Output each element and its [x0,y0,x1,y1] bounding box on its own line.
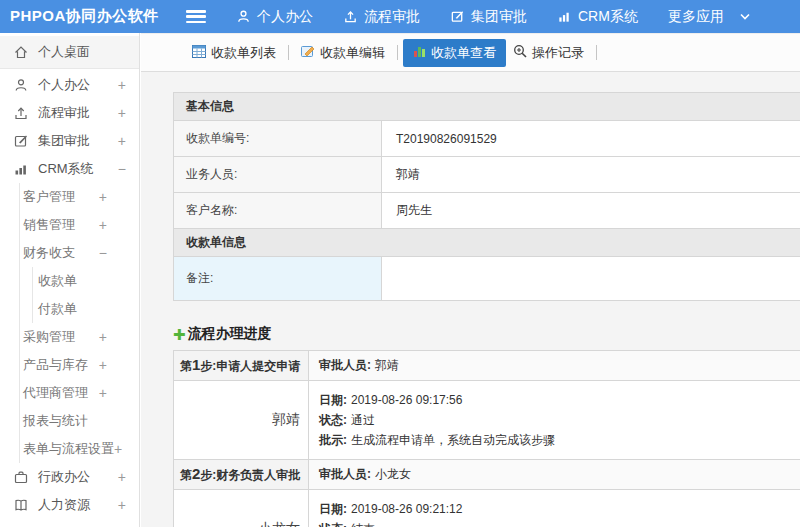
expand-icon[interactable]: + [114,441,122,457]
nav-workflow-approval[interactable]: 流程审批 [343,8,420,26]
table-row: 第2步:财务负责人审批 审批人员:小龙女 [174,460,800,490]
sidebar-item-personal-office[interactable]: 个人办公 + [0,71,139,99]
step-2-approver: 审批人员:小龙女 [309,460,800,490]
receipt-number-label: 收款单编号: [174,121,382,157]
step-1-title: 第1步:申请人提交申请 [174,351,309,381]
sidebar-item-receipt-form[interactable]: 收款单 [33,267,139,295]
briefcase-icon [13,469,29,485]
step-1-detail: 日期:2019-08-26 09:17:56 状态:通过 批示:生成流程申请单，… [309,381,800,460]
nav-crm-system[interactable]: CRM系统 [557,8,638,26]
chart-icon [557,9,572,24]
basic-info-table: 基本信息 收款单编号: T20190826091529 业务人员: 郭靖 客户名… [173,92,800,301]
process-progress-title: ✚ 流程办理进度 [173,325,800,343]
app-title: PHPOA协同办公软件 [0,7,186,26]
tab-receipt-edit[interactable]: 收款单编辑 [294,40,392,66]
sidebar-item-customer-mgmt[interactable]: 客户管理 + [20,183,139,211]
table-row: 收款单编号: T20190826091529 [174,121,800,157]
tab-operation-log[interactable]: 操作记录 [506,40,591,66]
section-header-basic-info: 基本信息 [174,93,800,121]
sidebar-item-personal-desktop[interactable]: 个人桌面 [0,36,139,69]
top-header-bar: PHPOA协同办公软件 个人办公 流程审批 集团审批 CRM系统 更多应用 [0,0,800,33]
expand-icon[interactable]: + [118,469,126,485]
user-icon [13,77,29,93]
expand-icon[interactable]: + [118,105,126,121]
flow-icon [13,105,29,121]
expand-icon[interactable]: + [99,385,107,401]
sidebar-nav: 个人桌面 个人办公 + 流程审批 + 集团审批 + CRM系统 − 客户管理 +… [0,33,140,527]
table-list-icon [192,45,206,61]
remark-label: 备注: [174,257,382,301]
expand-icon[interactable]: + [99,329,107,345]
remark-value [382,257,800,301]
expand-icon[interactable]: + [99,217,107,233]
expand-icon[interactable]: + [99,189,107,205]
tab-bar: 收款单列表 收款单编辑 收款单查看 操作记录 [141,33,800,72]
table-row: 小龙女 日期:2019-08-26 09:21:12 状态:结束 批示:通过 [174,490,800,527]
sidebar-item-finance-inout[interactable]: 财务收支 − [20,239,139,267]
step-1-approver: 审批人员:郭靖 [309,351,800,381]
expand-icon[interactable]: + [118,133,126,149]
sidebar-item-human-resources[interactable]: 人力资源 + [0,491,139,519]
customer-name-value: 周先生 [382,193,800,229]
nav-more-apps[interactable]: 更多应用 [668,8,724,26]
step-2-detail: 日期:2019-08-26 09:21:12 状态:结束 批示:通过 [309,490,800,527]
sidebar-item-product-inventory[interactable]: 产品与库存 + [20,351,139,379]
tab-receipt-view[interactable]: 收款单查看 [403,39,506,67]
edit-icon [13,133,29,149]
crm-submenu: 客户管理 + 销售管理 + 财务收支 − 收款单 付款单 采购管理 + 产品与库… [19,183,139,463]
chevron-down-icon[interactable] [740,13,750,20]
receipt-view-panel: 基本信息 收款单编号: T20190826091529 业务人员: 郭靖 客户名… [141,72,800,527]
table-row: 客户名称: 周先生 [174,193,800,229]
nav-group-approval[interactable]: 集团审批 [450,8,527,26]
tab-separator [288,45,289,60]
salesperson-label: 业务人员: [174,157,382,193]
user-icon [236,9,251,24]
sidebar-item-form-flow-settings[interactable]: 表单与流程设置+ [20,435,139,463]
expand-icon[interactable]: + [118,497,126,513]
main-content-area: 收款单列表 收款单编辑 收款单查看 操作记录 基本信息 收款单编号: T2019… [141,33,800,527]
section-header-receipt-info: 收款单信息 [174,229,800,257]
customer-name-label: 客户名称: [174,193,382,229]
edit-doc-icon [301,45,315,61]
collapse-icon[interactable]: − [99,245,107,261]
edit-icon [450,9,465,24]
table-row: 第1步:申请人提交申请 审批人员:郭靖 [174,351,800,381]
book-icon [13,497,29,513]
sidebar-item-group-approval[interactable]: 集团审批 + [0,127,139,155]
table-row: 业务人员: 郭靖 [174,157,800,193]
home-icon [13,44,29,60]
sidebar-item-crm-system[interactable]: CRM系统 − [0,155,139,183]
collapse-icon[interactable]: − [118,161,126,177]
sidebar-item-workflow-approval[interactable]: 流程审批 + [0,99,139,127]
step-2-approver-name: 小龙女 [174,490,309,527]
sidebar-item-reports-stats[interactable]: 报表与统计 [20,407,139,435]
plus-icon: ✚ [173,327,186,342]
salesperson-value: 郭靖 [382,157,800,193]
receipt-number-value: T20190826091529 [382,121,800,157]
flow-icon [343,9,358,24]
sidebar-item-payment-form[interactable]: 付款单 [33,295,139,323]
expand-icon[interactable]: + [118,77,126,93]
table-row: 郭靖 日期:2019-08-26 09:17:56 状态:通过 批示:生成流程申… [174,381,800,460]
tab-separator [596,45,597,60]
zoom-in-icon [513,44,527,61]
sidebar-item-sales-mgmt[interactable]: 销售管理 + [20,211,139,239]
tab-receipt-list[interactable]: 收款单列表 [185,40,283,66]
tab-separator [397,45,398,60]
mini-chart-icon [413,45,426,60]
hamburger-menu-icon[interactable] [186,10,206,23]
expand-icon[interactable]: + [99,357,107,373]
step-1-approver-name: 郭靖 [174,381,309,460]
sidebar-item-agent-mgmt[interactable]: 代理商管理 + [20,379,139,407]
chart-icon [13,161,29,177]
nav-personal-office[interactable]: 个人办公 [236,8,313,26]
sidebar-item-purchase-mgmt[interactable]: 采购管理 + [20,323,139,351]
sidebar-item-admin-office[interactable]: 行政办公 + [0,463,139,491]
finance-submenu: 收款单 付款单 [32,267,139,323]
table-row: 备注: [174,257,800,301]
process-progress-table: 第1步:申请人提交申请 审批人员:郭靖 郭靖 日期:2019-08-26 09:… [173,350,800,527]
step-2-title: 第2步:财务负责人审批 [174,460,309,490]
